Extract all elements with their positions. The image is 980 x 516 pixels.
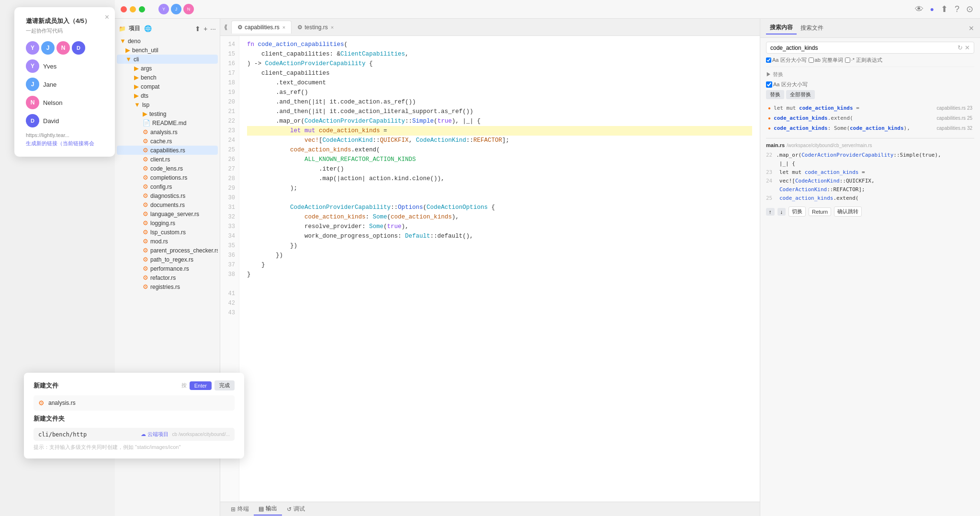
tree-item-lsp-custom[interactable]: ⚙ lsp_custom.rs — [117, 228, 218, 237]
opt-regex-checkbox[interactable] — [845, 57, 850, 63]
output-tab-output[interactable]: ▤ 输出 — [254, 503, 282, 516]
help-icon[interactable]: ? — [954, 3, 960, 15]
replace-options-row: Aa 区分大小写 — [766, 81, 974, 88]
screen-icon[interactable]: ⊙ — [965, 3, 974, 15]
opt-replace-case[interactable]: Aa 区分大小写 — [766, 81, 808, 88]
opt-case-sensitive[interactable]: Aa 区分大小写 — [766, 57, 807, 64]
tab-testing[interactable]: ⚙ testing.rs × — [292, 21, 339, 34]
tree-item-cache[interactable]: ⚙ cache.rs — [117, 137, 218, 146]
tree-item-args[interactable]: ▶ args — [117, 64, 218, 73]
upload-icon[interactable]: ⬆ — [195, 25, 201, 33]
user-nelson-name: Nelson — [43, 99, 62, 106]
nav-jump-button[interactable]: 确认跳转 — [834, 206, 862, 217]
tree-item-config[interactable]: ⚙ config.rs — [117, 182, 218, 191]
search-close-button[interactable]: ✕ — [969, 24, 974, 32]
traffic-light-green[interactable] — [139, 6, 145, 12]
opt-word-checkbox[interactable] — [809, 57, 814, 63]
nav-switch-button[interactable]: 切换 — [789, 206, 806, 217]
result-code-3: code_action_kinds: Some(code_action_kind… — [774, 125, 934, 131]
dot-icon[interactable]: ● — [929, 4, 935, 14]
output-tabs: ⊞ 终端 ▤ 输出 ↺ 调试 — [220, 502, 760, 516]
collapse-sidebar-button[interactable]: ⟪ — [222, 22, 229, 33]
user-jane: J Jane — [26, 78, 103, 91]
tree-item-refactor[interactable]: ⚙ refactor.rs — [117, 273, 218, 282]
file-path-regex-icon: ⚙ — [143, 256, 148, 263]
tree-label-performance: performance.rs — [150, 265, 189, 272]
tree-item-capabilities[interactable]: ⚙ capabilities.rs — [117, 146, 218, 155]
search-tab-file[interactable]: 搜索文件 — [797, 22, 827, 34]
tree-item-diagnostics[interactable]: ⚙ diagnostics.rs — [117, 191, 218, 200]
opt-whole-word[interactable]: ab 完整单词 — [809, 57, 843, 64]
file-cache-icon: ⚙ — [143, 138, 148, 145]
search-refresh-icon[interactable]: ↻ — [957, 44, 963, 51]
output-tab-debug[interactable]: ↺ 调试 — [282, 503, 310, 515]
invite-close-button[interactable]: × — [105, 13, 109, 22]
tree-item-lsp[interactable]: ▼ lsp — [117, 100, 218, 109]
add-file-icon[interactable]: + — [203, 25, 207, 33]
tree-item-cli[interactable]: ▼ cli — [117, 55, 218, 64]
new-file-complete-button[interactable]: 完成 — [214, 380, 235, 390]
nav-down-button[interactable]: ↓ — [777, 208, 786, 216]
replace-button[interactable]: 替换 — [766, 90, 784, 99]
output-tab-terminal[interactable]: ⊞ 终端 — [226, 503, 254, 515]
tab-capabilities[interactable]: ⚙ capabilities.rs × — [231, 21, 292, 34]
code-text[interactable]: fn code_action_capabilities( client_capa… — [239, 36, 760, 502]
file-mod-icon: ⚙ — [143, 238, 148, 245]
nav-up-button[interactable]: ↑ — [766, 208, 775, 216]
result-icon-2: ● — [768, 115, 771, 121]
tab-capabilities-close[interactable]: × — [282, 24, 285, 30]
tree-item-performance[interactable]: ⚙ performance.rs — [117, 264, 218, 273]
opt-regex[interactable]: ·* 正则表达式 — [845, 57, 882, 64]
tree-item-readme[interactable]: 📄 README.md — [117, 118, 218, 127]
opt-case-checkbox[interactable] — [766, 57, 771, 63]
eye-icon[interactable]: 👁 — [914, 3, 924, 15]
header-avatars: Y J N — [158, 4, 194, 14]
tree-item-client[interactable]: ⚙ client.rs — [117, 155, 218, 164]
tree-item-registries[interactable]: ⚙ registries.rs — [117, 282, 218, 291]
tree-item-testing[interactable]: ▶ testing — [117, 109, 218, 118]
tree-item-compat[interactable]: ▶ compat — [117, 82, 218, 91]
search-tab-content[interactable]: 搜索内容 — [766, 22, 797, 34]
file-language-server-icon: ⚙ — [143, 210, 148, 218]
code-line-29: ); — [247, 183, 752, 193]
new-file-suggestion-item[interactable]: ⚙ analysis.rs — [34, 395, 235, 411]
tree-item-analysis[interactable]: ⚙ analysis.rs — [117, 127, 218, 137]
search-input[interactable] — [770, 45, 957, 51]
tree-item-language-server[interactable]: ⚙ language_server.rs — [117, 209, 218, 218]
traffic-light-red[interactable] — [121, 6, 127, 12]
opt-replace-case-checkbox[interactable] — [766, 81, 772, 88]
tree-item-bench[interactable]: ▶ bench — [117, 73, 218, 82]
tree-label-client: client.rs — [150, 156, 170, 163]
result-item-3[interactable]: ● code_action_kinds: Some(code_action_ki… — [766, 123, 974, 133]
new-file-path[interactable]: cli/bench/http — [38, 431, 141, 438]
more-icon[interactable]: ··· — [210, 25, 216, 33]
new-file-enter-button[interactable]: Enter — [190, 381, 212, 390]
tree-item-dts[interactable]: ▶ dts — [117, 91, 218, 100]
tree-item-bench-util[interactable]: ▶ bench_util — [117, 46, 218, 55]
tree-item-path-regex[interactable]: ⚙ path_to_regex.rs — [117, 255, 218, 264]
tree-label-language-server: language_server.rs — [150, 211, 199, 218]
tab-testing-close[interactable]: × — [331, 24, 334, 30]
new-file-dialog-header: 新建文件 按 Enter 完成 — [34, 380, 235, 390]
tree-item-documents[interactable]: ⚙ documents.rs — [117, 200, 218, 209]
nav-return-button[interactable]: Return — [809, 207, 831, 216]
tree-item-code-lens[interactable]: ⚙ code_lens.rs — [117, 164, 218, 173]
tree-item-deno-root[interactable]: ▼ deno — [117, 36, 218, 46]
code-line-38: } — [247, 270, 752, 279]
folder-deno-icon: ▼ — [120, 37, 126, 45]
tree-item-logging[interactable]: ⚙ logging.rs — [117, 218, 218, 228]
globe-icon[interactable]: 🌐 — [144, 25, 152, 32]
replace-all-button[interactable]: 全部替换 — [786, 90, 815, 99]
result-item-2[interactable]: ● code_action_kinds.extend( capabilities… — [766, 113, 974, 123]
share-icon[interactable]: ⬆ — [940, 3, 949, 15]
traffic-light-yellow[interactable] — [130, 6, 136, 12]
tree-item-completions[interactable]: ⚙ completions.rs — [117, 173, 218, 182]
tree-item-parent-process[interactable]: ⚙ parent_process_checker.rs — [117, 246, 218, 255]
tree-item-mod[interactable]: ⚙ mod.rs — [117, 237, 218, 246]
code-container[interactable]: 1415161718 1920212223 2425262728 2930313… — [220, 36, 760, 502]
tab-testing-label: testing.rs — [304, 24, 328, 31]
result-item-1[interactable]: ● let mut code_action_kinds = capabiliti… — [766, 103, 974, 113]
code-line-42 — [247, 289, 752, 298]
search-clear-icon[interactable]: ✕ — [965, 44, 970, 51]
generate-link[interactable]: 生成新的链接（当前链接将会 — [26, 140, 103, 147]
